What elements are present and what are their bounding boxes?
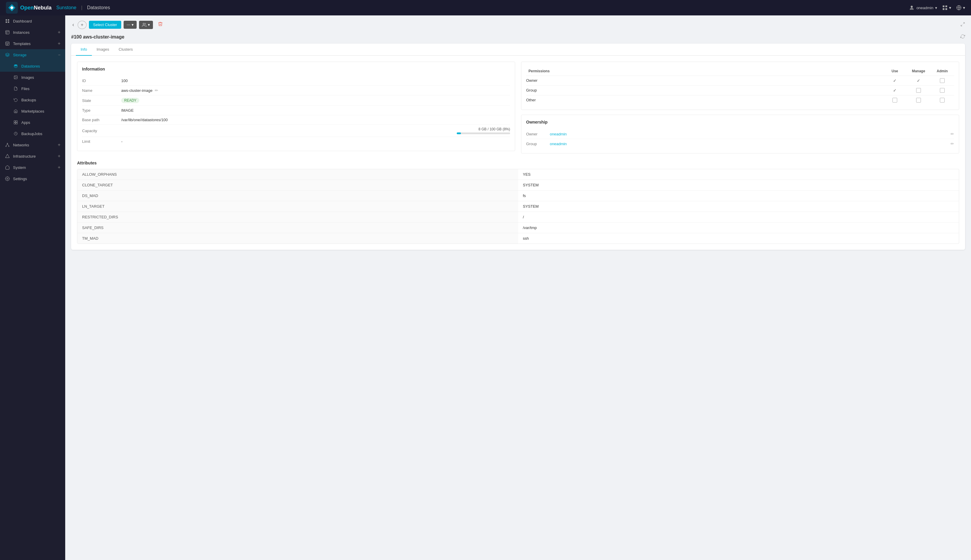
sidebar-item-infrastructure[interactable]: Infrastructure + — [0, 150, 65, 162]
attr-row-4: RESTRICTED_DIRS / — [77, 212, 959, 223]
datastores-icon — [13, 63, 18, 69]
topbar-section: Datastores — [87, 5, 110, 10]
perms-other-use[interactable] — [883, 95, 907, 105]
sidebar-label-backupjobs: BackupJobs — [21, 132, 60, 136]
language-menu[interactable]: ▾ — [956, 5, 965, 11]
sidebar-label-images: Images — [21, 75, 60, 80]
state-badge: READY — [121, 98, 139, 103]
basepath-label: Base path — [82, 118, 118, 122]
permissions-box: Permissions Use Manage Admin Owner ✓ ✓ G… — [521, 62, 959, 110]
info-row-id: ID 100 — [82, 76, 510, 86]
tab-info[interactable]: Info — [76, 43, 92, 56]
svg-point-32 — [7, 178, 8, 179]
svg-line-34 — [963, 23, 964, 24]
group-admin-checkbox[interactable] — [940, 88, 944, 93]
options-button[interactable]: ⋯ ▾ — [123, 21, 137, 29]
grid-menu[interactable]: ▾ — [942, 5, 951, 11]
svg-rect-22 — [16, 121, 17, 122]
topbar-left: OpenNebula Sunstone | Datastores — [6, 2, 110, 13]
capacity-text: 8 GB / 100 GB (8%) — [479, 127, 510, 131]
main-card: Info Images Clusters Information ID 100 — [71, 43, 965, 250]
svg-point-28 — [8, 146, 9, 147]
group-value[interactable]: oneadmin — [550, 142, 951, 146]
perms-group-manage[interactable] — [907, 85, 930, 95]
sidebar-label-system: System — [13, 165, 55, 170]
infrastructure-add-icon[interactable]: + — [58, 153, 60, 159]
info-row-capacity: Capacity 8 GB / 100 GB (8%) — [82, 125, 510, 137]
other-use-checkbox[interactable] — [893, 98, 897, 103]
sidebar-item-apps[interactable]: Apps — [0, 117, 65, 128]
name-edit-icon[interactable]: ✏ — [155, 88, 158, 93]
user-menu[interactable]: oneadmin ▾ — [909, 5, 937, 11]
instances-icon — [5, 30, 10, 35]
storage-toggle-icon: − — [58, 52, 60, 57]
sidebar-item-settings[interactable]: Settings — [0, 173, 65, 184]
sidebar-item-instances[interactable]: Instances + — [0, 27, 65, 38]
networks-icon — [5, 142, 10, 148]
ownership-row-group: Group oneadmin ✏ — [526, 139, 954, 148]
instances-add-icon[interactable]: + — [58, 30, 60, 35]
perms-group-admin[interactable] — [930, 85, 954, 95]
sidebar-item-backups[interactable]: Backups — [0, 94, 65, 105]
capacity-value: 8 GB / 100 GB (8%) — [121, 127, 510, 134]
other-admin-checkbox[interactable] — [940, 98, 944, 103]
sidebar-item-dashboard[interactable]: Dashboard — [0, 15, 65, 27]
select-cluster-button[interactable]: Select Cluster — [89, 21, 121, 29]
perms-group-label: Group — [526, 85, 883, 95]
apps-icon — [13, 120, 18, 125]
refresh-button[interactable] — [960, 34, 965, 40]
sidebar-item-storage[interactable]: Storage − — [0, 49, 65, 60]
other-manage-checkbox[interactable] — [916, 98, 921, 103]
perms-other-manage[interactable] — [907, 95, 930, 105]
back-button[interactable]: ‹ — [71, 20, 75, 29]
sidebar-label-datastores: Datastores — [21, 64, 60, 68]
svg-rect-5 — [946, 8, 947, 10]
add-button[interactable]: + — [78, 21, 87, 29]
attr-key-2: DS_MAD — [77, 190, 518, 201]
group-manage-checkbox[interactable] — [916, 88, 921, 93]
sidebar-item-files[interactable]: Files — [0, 83, 65, 94]
sidebar-item-system[interactable]: System + — [0, 162, 65, 173]
owner-admin-checkbox[interactable] — [940, 78, 944, 83]
attr-val-2: fs — [518, 190, 959, 201]
topbar-separator: | — [81, 5, 82, 10]
capacity-label: Capacity — [82, 128, 118, 133]
users-button[interactable]: ▾ — [139, 21, 153, 29]
svg-line-30 — [7, 144, 9, 146]
sidebar-item-templates[interactable]: Templates + — [0, 38, 65, 49]
sidebar-item-networks[interactable]: Networks + — [0, 139, 65, 150]
info-row-state: State READY — [82, 95, 510, 106]
delete-button[interactable] — [155, 20, 165, 29]
sidebar-label-infrastructure: Infrastructure — [13, 154, 55, 158]
tab-clusters[interactable]: Clusters — [114, 43, 137, 56]
sidebar-item-marketplaces[interactable]: Marketplaces — [0, 105, 65, 117]
state-value: READY — [121, 98, 510, 103]
sidebar-label-settings: Settings — [13, 177, 60, 181]
sidebar-item-backupjobs[interactable]: BackupJobs — [0, 128, 65, 139]
expand-button[interactable] — [960, 22, 965, 28]
info-row-name: Name aws-cluster-image ✏ — [82, 86, 510, 95]
attr-val-4: / — [518, 212, 959, 222]
system-add-icon[interactable]: + — [58, 165, 60, 170]
tab-images[interactable]: Images — [92, 43, 114, 56]
ownership-title: Ownership — [526, 120, 954, 125]
sidebar-item-images[interactable]: Images — [0, 72, 65, 83]
owner-edit-icon[interactable]: ✏ — [951, 132, 954, 136]
group-edit-icon[interactable]: ✏ — [951, 141, 954, 146]
networks-add-icon[interactable]: + — [58, 142, 60, 148]
sidebar-item-datastores[interactable]: Datastores — [0, 60, 65, 72]
topbar-title[interactable]: Sunstone — [56, 5, 77, 10]
dashboard-icon — [5, 18, 10, 24]
templates-add-icon[interactable]: + — [58, 41, 60, 46]
main-layout: Dashboard Instances + Templates + Storag… — [0, 15, 971, 560]
svg-rect-21 — [14, 121, 15, 122]
attributes-section: Attributes ALLOW_ORPHANS YES CLONE_TARGE… — [71, 159, 965, 250]
attributes-title: Attributes — [77, 159, 959, 165]
perms-owner-admin[interactable] — [930, 75, 954, 85]
tab-info-content: Information ID 100 Name aws-cluster-imag… — [71, 56, 965, 159]
user-name: oneadmin — [916, 6, 933, 10]
owner-value[interactable]: oneadmin — [550, 132, 951, 136]
type-value: IMAGE — [121, 108, 510, 113]
attr-row-0: ALLOW_ORPHANS YES — [77, 169, 959, 180]
perms-other-admin[interactable] — [930, 95, 954, 105]
